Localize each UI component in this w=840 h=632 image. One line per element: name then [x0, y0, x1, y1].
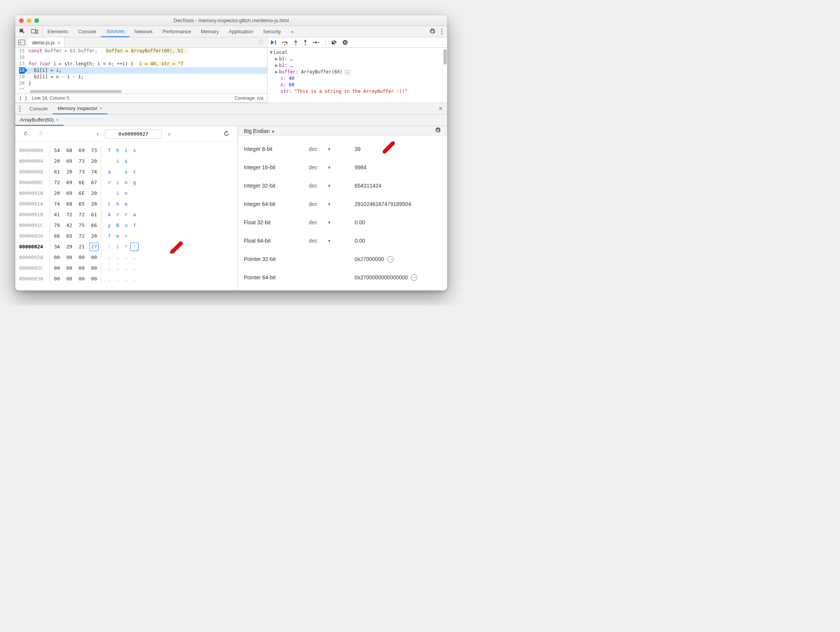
- drawer-tab-console[interactable]: Console: [24, 103, 53, 114]
- hex-ascii[interactable]: .: [122, 263, 130, 274]
- scope-variables[interactable]: ▼Local ▶b1: … ▶b2: … ▶buffer: ArrayBuffe…: [268, 48, 447, 103]
- hex-byte[interactable]: 00: [52, 263, 62, 274]
- hex-byte[interactable]: 73: [77, 167, 86, 177]
- navigator-toggle-icon[interactable]: [15, 40, 28, 45]
- hex-byte[interactable]: 73: [89, 145, 99, 156]
- hex-byte[interactable]: 00: [89, 263, 99, 274]
- hex-byte[interactable]: 72: [65, 209, 74, 220]
- hex-byte[interactable]: 6E: [77, 188, 86, 199]
- hex-byte[interactable]: 20: [89, 199, 99, 209]
- hex-ascii[interactable]: .: [105, 252, 114, 263]
- hex-offset[interactable]: 00000028: [19, 252, 50, 263]
- hex-byte[interactable]: 72: [77, 231, 86, 241]
- drawer-menu-icon[interactable]: [15, 103, 24, 114]
- hex-byte[interactable]: 00: [77, 274, 86, 284]
- hex-byte[interactable]: 21: [77, 241, 86, 252]
- hex-byte[interactable]: 00: [52, 274, 62, 284]
- hex-byte[interactable]: 66: [89, 220, 99, 231]
- hex-byte[interactable]: 66: [52, 231, 62, 241]
- settings-gear-icon[interactable]: [429, 28, 436, 35]
- horizontal-scrollbar[interactable]: [15, 89, 267, 94]
- hex-ascii[interactable]: .: [105, 263, 114, 274]
- hex-ascii[interactable]: .: [114, 263, 122, 274]
- hex-byte[interactable]: 3A: [52, 241, 62, 252]
- history-forward-icon[interactable]: [35, 129, 47, 139]
- hex-offset[interactable]: 00000020: [19, 231, 50, 241]
- hex-byte[interactable]: 72: [52, 177, 62, 188]
- line-number-current[interactable]: 18: [19, 67, 24, 74]
- hex-byte[interactable]: 69: [65, 188, 74, 199]
- hex-byte[interactable]: 6E: [77, 177, 86, 188]
- hex-byte[interactable]: 20: [89, 231, 99, 241]
- endianness-select[interactable]: Big Endian▼: [244, 128, 275, 134]
- value-repr-select[interactable]: dec▼: [309, 219, 355, 225]
- hex-ascii[interactable]: .: [114, 274, 122, 284]
- inspect-element-icon[interactable]: [19, 28, 26, 35]
- hex-offset[interactable]: 00000024: [19, 241, 50, 252]
- hex-ascii[interactable]: .: [114, 252, 122, 263]
- jump-to-address-icon[interactable]: [387, 256, 394, 263]
- pause-on-exceptions-button[interactable]: [342, 40, 348, 45]
- hex-grid[interactable]: 0000000054686973This0000000420697320 is …: [15, 142, 237, 287]
- hex-ascii[interactable]: [130, 231, 139, 241]
- kebab-menu-icon[interactable]: [441, 29, 443, 35]
- hex-ascii[interactable]: T: [105, 145, 114, 156]
- tab-console[interactable]: Console: [73, 26, 101, 37]
- tab-sources[interactable]: Sources: [101, 26, 130, 37]
- hex-offset[interactable]: 00000004: [19, 156, 50, 167]
- hex-ascii[interactable]: i: [114, 156, 122, 167]
- hex-ascii[interactable]: [105, 156, 114, 167]
- hex-byte[interactable]: 72: [77, 209, 86, 220]
- device-toolbar-icon[interactable]: [31, 29, 38, 34]
- hex-ascii[interactable]: s: [122, 167, 130, 177]
- hex-byte[interactable]: 20: [89, 188, 99, 199]
- hex-ascii[interactable]: s: [122, 156, 130, 167]
- hex-byte[interactable]: 65: [65, 231, 74, 241]
- code-editor[interactable]: 15 16 17 18 19 20 21 const buffer = b1.b…: [15, 48, 267, 94]
- close-tab-icon[interactable]: ×: [100, 105, 103, 111]
- hex-ascii[interactable]: [130, 199, 139, 209]
- hex-ascii[interactable]: e: [122, 199, 130, 209]
- history-back-icon[interactable]: [20, 129, 32, 139]
- hex-ascii[interactable]: r: [122, 231, 130, 241]
- line-number[interactable]: 19: [19, 74, 24, 80]
- hex-ascii[interactable]: [105, 188, 114, 199]
- refresh-icon[interactable]: [220, 129, 233, 139]
- hex-byte[interactable]: 29: [65, 241, 74, 252]
- hex-offset[interactable]: 00000008: [19, 167, 50, 177]
- hex-byte[interactable]: 00: [52, 252, 62, 263]
- tabs-overflow[interactable]: »: [286, 26, 298, 37]
- line-number[interactable]: 16: [19, 54, 24, 61]
- hex-byte[interactable]: 67: [89, 177, 99, 188]
- value-repr-select[interactable]: dec▼: [309, 146, 355, 152]
- line-number[interactable]: 15: [19, 48, 24, 54]
- hex-byte[interactable]: 79: [52, 220, 62, 231]
- hex-byte[interactable]: 75: [77, 220, 86, 231]
- address-input[interactable]: [105, 130, 162, 139]
- hex-ascii[interactable]: t: [105, 199, 114, 209]
- hex-ascii[interactable]: s: [130, 145, 139, 156]
- hex-byte[interactable]: 41: [52, 209, 62, 220]
- hex-ascii[interactable]: i: [114, 177, 122, 188]
- maximize-window-button[interactable]: [34, 18, 39, 23]
- hex-ascii[interactable]: .: [122, 274, 130, 284]
- scope-scrollbar[interactable]: [443, 49, 447, 65]
- hex-offset[interactable]: 0000000C: [19, 177, 50, 188]
- hex-offset[interactable]: 00000030: [19, 274, 50, 284]
- tab-elements[interactable]: Elements: [42, 26, 73, 37]
- hex-byte[interactable]: 20: [52, 188, 62, 199]
- hex-ascii[interactable]: r: [105, 177, 114, 188]
- hex-offset[interactable]: 0000002C: [19, 263, 50, 274]
- hex-ascii[interactable]: u: [122, 220, 130, 231]
- close-window-button[interactable]: [19, 18, 24, 23]
- hex-ascii[interactable]: r: [114, 209, 122, 220]
- hex-byte[interactable]: 00: [89, 252, 99, 263]
- tab-application[interactable]: Application: [224, 26, 258, 37]
- hex-byte[interactable]: 68: [65, 199, 74, 209]
- hex-byte[interactable]: 69: [77, 145, 86, 156]
- hex-offset[interactable]: 00000000: [19, 145, 50, 156]
- hex-byte[interactable]: 74: [89, 167, 99, 177]
- close-tab-icon[interactable]: ×: [57, 39, 60, 46]
- buffer-tab[interactable]: ArrayBuffer(60)×: [15, 115, 63, 126]
- step-into-button[interactable]: [294, 39, 298, 45]
